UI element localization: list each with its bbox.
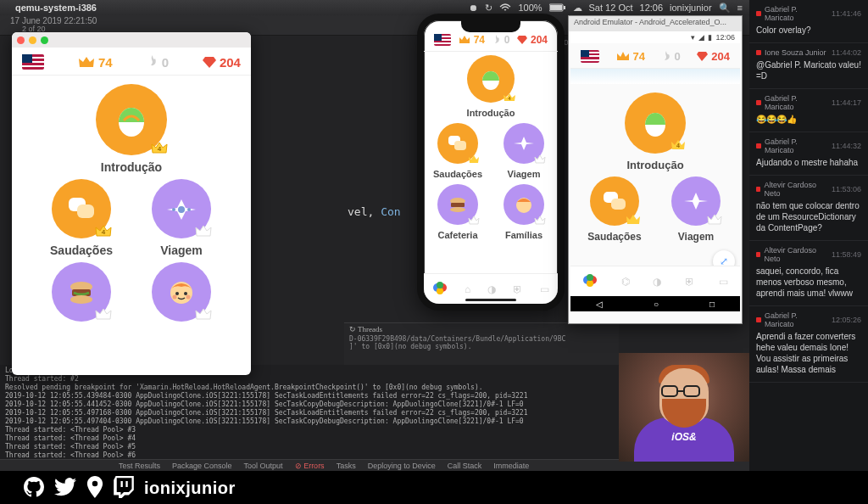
console-line: Thread started: #2 xyxy=(5,375,614,384)
skill-family[interactable] xyxy=(143,262,220,327)
skill-intro[interactable]: 4 Introdução xyxy=(93,84,170,174)
svg-point-14 xyxy=(70,295,92,304)
tab-profile-icon[interactable]: ◑ xyxy=(487,283,496,295)
skill-travel[interactable]: Viagem xyxy=(497,123,551,179)
chat-user: Ione Souza Junior xyxy=(765,48,826,57)
gem-count[interactable]: 204 xyxy=(697,50,730,63)
window-minimize-icon[interactable] xyxy=(29,36,36,44)
code-text: vel, Con xyxy=(348,205,401,218)
svg-point-40 xyxy=(587,280,593,287)
status-tasks[interactable]: Tasks xyxy=(337,462,356,470)
android-recents-icon[interactable]: □ xyxy=(709,300,715,309)
twitch-icon[interactable] xyxy=(114,476,134,501)
flag-us-icon[interactable] xyxy=(581,50,599,63)
status-package-console[interactable]: Package Console xyxy=(172,462,232,470)
streak-count[interactable]: 0 xyxy=(492,34,510,46)
skill-label: Saudações xyxy=(43,244,120,257)
status-tool-output[interactable]: Tool Output xyxy=(244,462,283,470)
flag-us-icon[interactable] xyxy=(434,34,451,46)
skill-family[interactable]: Famílias xyxy=(497,184,551,240)
tab-stories-icon[interactable]: ⌂ xyxy=(465,283,470,295)
streak-count[interactable]: 0 xyxy=(662,50,681,63)
window-close-icon[interactable] xyxy=(17,36,25,44)
svg-rect-24 xyxy=(454,141,466,150)
battery-percent: 100% xyxy=(518,3,542,13)
chat-user: Altevir Cardoso Neto xyxy=(764,246,828,263)
tab-shield-icon[interactable]: ⛨ xyxy=(513,283,523,295)
tab-shop-icon[interactable]: ▭ xyxy=(540,283,549,295)
crown-badge-icon xyxy=(94,305,113,323)
crown-badge-icon: 4 xyxy=(94,221,113,240)
icloud-icon[interactable]: ☁ xyxy=(573,3,582,14)
console-line: Resolved pending breakpoint for 'Xamarin… xyxy=(5,384,614,392)
spotlight-icon[interactable]: 🔍 xyxy=(719,3,731,14)
crown-count[interactable]: 74 xyxy=(616,50,645,63)
home-indicator[interactable] xyxy=(465,299,516,301)
android-home-icon[interactable]: ○ xyxy=(654,300,659,309)
threads-line: D-06339F29B498/data/Containers/Bundle/Ap… xyxy=(349,335,614,343)
crown-count[interactable]: 74 xyxy=(78,55,113,70)
window-zoom-icon[interactable] xyxy=(41,36,48,44)
window-titlebar[interactable] xyxy=(12,32,251,48)
chat-time: 12:05:26 xyxy=(832,316,861,324)
chat-user: Gabriel P. Maricato xyxy=(765,137,828,154)
crown-badge-icon xyxy=(468,215,480,227)
tab-learn-icon[interactable] xyxy=(582,272,598,290)
svg-point-10 xyxy=(187,208,191,211)
skill-intro[interactable]: 4 Introdução xyxy=(617,92,693,171)
status-immediate[interactable]: Immediate xyxy=(493,462,529,470)
tab-learn-icon[interactable] xyxy=(432,280,448,298)
menubar-sync-icon[interactable]: ↻ xyxy=(485,3,492,14)
foreground-app-name[interactable]: qemu-system-i386 xyxy=(15,3,97,13)
skill-cafe[interactable]: Cafeteria xyxy=(431,184,485,240)
android-back-icon[interactable]: ◁ xyxy=(596,300,603,309)
output-console[interactable]: Loaded assembly: dolo-0v10d01d080 [Exter… xyxy=(0,365,619,460)
chat-text: Aprendi a fazer converters hehe valeu de… xyxy=(756,331,861,375)
github-icon[interactable] xyxy=(24,477,44,500)
status-callstack[interactable]: Call Stack xyxy=(448,462,482,470)
svg-point-41 xyxy=(587,274,593,281)
menubar-hamburger-icon[interactable]: ≡ xyxy=(737,3,743,13)
chat-user: Altevir Cardoso Neto xyxy=(764,181,828,198)
flag-us-icon[interactable] xyxy=(22,54,44,70)
location-pin-icon[interactable] xyxy=(86,476,103,501)
preview-ios-simulator: 74 0 204 4 Introdução xyxy=(417,14,565,311)
svg-rect-1 xyxy=(550,5,562,10)
iphone-notch xyxy=(461,20,520,32)
status-test-results[interactable]: Test Results xyxy=(119,462,160,470)
svg-text:4: 4 xyxy=(158,145,162,153)
skill-greetings[interactable]: Saudações xyxy=(581,176,648,243)
status-deploying[interactable]: Deploying to Device xyxy=(368,462,436,470)
crown-count[interactable]: 74 xyxy=(459,34,485,46)
menubar-obs-icon[interactable]: ⏺ xyxy=(469,3,478,13)
webcam-feed: iOS& xyxy=(619,353,749,462)
skill-label: Saudações xyxy=(581,231,648,243)
skill-cafe[interactable] xyxy=(43,262,120,327)
android-window-title[interactable]: Android Emulator - Android_Accelerated_O… xyxy=(569,16,742,31)
gem-count[interactable]: 204 xyxy=(203,55,241,70)
tab-shop-icon[interactable]: ▭ xyxy=(719,276,728,288)
skill-travel[interactable]: Viagem xyxy=(663,176,729,243)
live-chat-panel[interactable]: Gabriel P. Maricato11:41:46 Color overla… xyxy=(749,0,868,471)
crown-badge-icon xyxy=(626,212,641,227)
console-line: 2019-10-12 12:05:55.497168-0300 AppDuoli… xyxy=(5,409,614,417)
skill-travel[interactable]: Viagem xyxy=(143,179,220,257)
gem-count[interactable]: 204 xyxy=(517,34,548,46)
tab-shield-icon[interactable]: ⛨ xyxy=(685,276,695,288)
streak-count[interactable]: 0 xyxy=(147,54,169,70)
chat-message: Ione Souza Junior11:44:02 @Gabriel P. Ma… xyxy=(749,43,868,89)
skill-greetings[interactable]: Saudações xyxy=(431,123,485,179)
skill-greetings[interactable]: 4 Saudações xyxy=(43,179,120,257)
crown-badge-icon xyxy=(707,212,722,227)
twitter-icon[interactable] xyxy=(54,478,76,499)
tab-profile-icon[interactable]: ◑ xyxy=(653,276,661,288)
chat-message: Altevir Cardoso Neto11:53:06 não tem que… xyxy=(749,176,868,241)
battery-icon[interactable] xyxy=(549,3,566,12)
macos-menubar: qemu-system-i386 ⏺ ↻ 100% ☁ Sat 12 Oct 1… xyxy=(0,0,749,15)
tab-dumbbell-icon[interactable]: ⌬ xyxy=(621,276,630,288)
status-errors[interactable]: ⊘ Errors xyxy=(295,462,325,470)
crown-badge-icon xyxy=(468,154,480,165)
android-navbar: ◁ ○ □ xyxy=(570,296,740,311)
skill-intro[interactable]: 4 Introdução xyxy=(461,55,520,118)
wifi-icon[interactable] xyxy=(499,3,511,12)
